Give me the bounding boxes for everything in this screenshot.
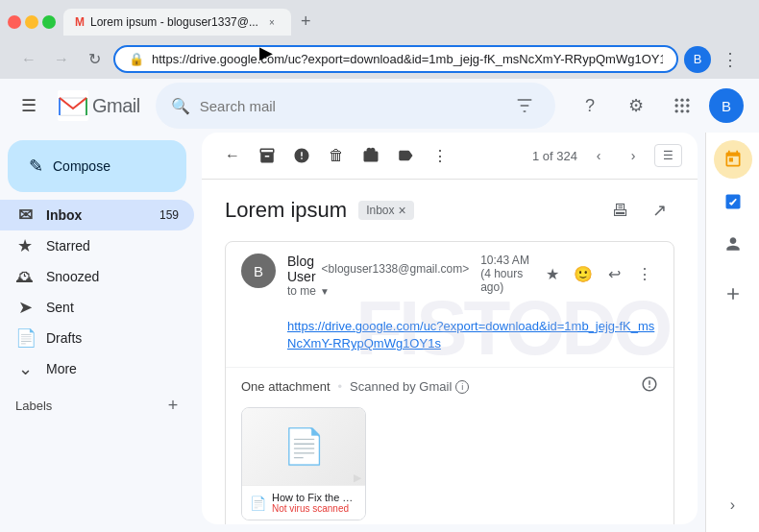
sidebar-label-snoozed: Snoozed [46,269,179,284]
svg-point-10 [686,109,689,112]
tab-favicon: M [75,15,85,29]
sidebar-item-inbox[interactable]: ✉ Inbox 159 [0,200,194,230]
open-in-new-button[interactable]: ↗ [644,195,674,226]
archive-button[interactable] [252,140,282,171]
doc-icon: 📄 [250,496,266,511]
compose-button[interactable]: ✎ Compose [8,140,186,192]
browser-profile-circle[interactable]: B [684,46,711,73]
attachment-file[interactable]: 📄 ▶ 📄 How to Fix the DC... Not virus sca… [241,407,366,520]
attachment-section: One attachment • Scanned by Gmail i [226,367,673,524]
email-subject: Lorem ipsum [225,198,347,223]
window-minimize-button[interactable] [25,15,38,29]
window-maximize-button[interactable] [42,15,56,29]
emoji-react-button[interactable]: 🙂 [570,260,597,287]
inbox-badge: Inbox × [358,201,414,220]
forward-button[interactable]: → [48,46,75,73]
active-tab[interactable]: M Lorem ipsum - bloguser1337@... × [63,9,291,36]
star-message-button[interactable]: ★ [539,260,566,287]
search-icon: 🔍 [171,97,190,115]
sidebar-item-starred[interactable]: ★ Starred [0,230,194,261]
sidebar-label-drafts: Drafts [46,330,179,346]
scan-label: Scanned by Gmail [350,379,452,394]
star-icon: ★ [15,235,35,256]
labels-title: Labels [15,399,52,413]
pagination-text: 1 of 324 [532,149,577,163]
snoozed-icon: 🕰 [15,267,35,287]
compose-label: Compose [53,158,110,174]
inbox-badge-close[interactable]: × [399,203,406,218]
svg-point-7 [686,104,689,107]
message-link[interactable]: https://drive.google.com/uc?export=downl… [287,319,654,351]
compose-icon: ✎ [29,156,43,177]
window-close-button[interactable] [8,15,21,29]
settings-button[interactable]: ⚙ [617,86,655,125]
search-input[interactable] [200,98,500,114]
main-content: FISTODO ← 🗑 ⋮ 1 of 324 [202,133,698,524]
gmail-header: ☰ Gmail 🔍 [0,79,759,133]
view-toggle: ☰ [654,144,682,167]
pagination: 1 of 324 ‹ › ☰ [532,142,682,169]
back-button[interactable]: ← [15,46,42,73]
url-input[interactable] [152,52,663,66]
user-profile-button[interactable]: B [709,88,744,123]
sender-email: <bloguser1338@gmail.com> [322,262,470,276]
inbox-count: 159 [159,208,179,222]
next-email-button[interactable]: › [620,142,647,169]
file-icon: 📄 [282,426,326,467]
sidebar-label-sent: Sent [46,300,179,315]
sidebar-item-drafts[interactable]: 📄 Drafts [0,323,194,353]
previous-email-button[interactable]: ‹ [585,142,612,169]
tab-close-button[interactable]: × [264,14,280,30]
more-message-options-button[interactable]: ⋮ [631,260,658,287]
more-actions-button[interactable]: ⋮ [425,140,455,171]
search-filter-button[interactable] [509,90,540,121]
svg-point-3 [680,99,683,102]
svg-point-4 [686,99,689,102]
apps-button[interactable] [663,86,701,125]
search-bar[interactable]: 🔍 [156,83,555,129]
calendar-button[interactable] [714,140,752,179]
expand-recipients-button[interactable]: ▼ [320,286,330,297]
delete-button[interactable]: 🗑 [321,140,352,171]
svg-point-6 [680,104,683,107]
help-button[interactable]: ? [571,86,609,125]
gmail-logo: Gmail [58,90,140,121]
add-label-button[interactable]: + [159,392,186,419]
attachment-options-button[interactable] [641,375,658,398]
browser-menu-button[interactable]: ⋮ [717,46,744,73]
drafts-icon: 📄 [15,327,35,349]
labels-button[interactable] [390,140,421,171]
inbox-icon: ✉ [15,205,35,226]
add-panel-button[interactable] [714,275,752,313]
right-panel: › [705,133,759,532]
scan-info: Scanned by Gmail i [350,379,469,394]
reply-message-button[interactable]: ↩ [600,260,627,287]
tasks-button[interactable] [714,182,752,221]
back-to-inbox-button[interactable]: ← [217,140,248,171]
move-to-button[interactable] [355,140,386,171]
sender-avatar: B [241,254,276,288]
split-view-button[interactable]: ☰ [655,145,681,166]
contacts-button[interactable] [714,225,752,263]
print-button[interactable]: 🖶 [605,195,636,226]
sidebar-label-inbox: Inbox [46,207,148,223]
attachment-virus-status: Not virus scanned [272,503,357,514]
sidebar-item-snoozed[interactable]: 🕰 Snoozed [0,261,194,292]
sidebar-item-more[interactable]: ⌄ More [0,353,194,384]
message-actions: ★ 🙂 ↩ ⋮ [539,260,658,287]
inbox-badge-label: Inbox [366,204,394,217]
new-tab-button[interactable]: + [293,8,319,36]
header-actions: ? ⚙ B [571,86,744,125]
svg-point-2 [675,99,678,102]
gmail-app-name: Gmail [92,95,140,117]
report-spam-button[interactable] [286,140,317,171]
hamburger-menu-button[interactable]: ☰ [15,89,42,122]
thread-icons: 🖶 ↗ [605,195,674,226]
tab-title: Lorem ipsum - bloguser1337@... [90,15,258,29]
sidebar-item-sent[interactable]: ➤ Sent [0,292,194,323]
expand-panel-button[interactable]: › [714,486,752,524]
sender-name: Blog User [287,254,316,284]
reload-button[interactable]: ↻ [81,46,108,73]
sidebar-label-more: More [46,361,179,376]
message-meta: 10:43 AM (4 hours ago) ★ 🙂 ↩ ⋮ [480,254,658,294]
